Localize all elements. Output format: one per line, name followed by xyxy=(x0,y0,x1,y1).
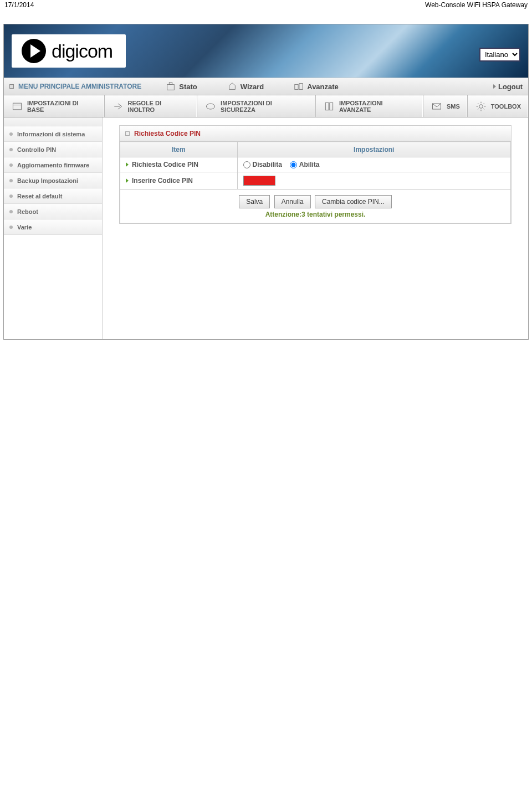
nav-avanzate-label: Avanzate xyxy=(307,83,339,91)
sidebar-item-info-sistema[interactable]: Informazioni di sistema xyxy=(4,126,102,142)
brand-logo: digicom xyxy=(12,34,126,68)
radio-abilita[interactable] xyxy=(290,161,297,168)
dot-icon xyxy=(9,148,13,151)
tab-label: TOOLBOX xyxy=(491,103,521,110)
sidebar-spacer xyxy=(4,117,102,126)
row-inserire-pin: Inserire Codice PIN xyxy=(120,172,511,190)
row-arrow-icon xyxy=(126,178,129,183)
dot-icon xyxy=(9,226,13,229)
svg-rect-1 xyxy=(170,83,172,85)
tab-toolbox[interactable]: TOOLBOX xyxy=(467,95,528,117)
tab-impostazioni-sicurezza[interactable]: IMPOSTAZIONI DI SICUREZZA xyxy=(197,95,315,117)
sidebar-item-backup-impostazioni[interactable]: Backup Impostazioni xyxy=(4,173,102,188)
svg-point-6 xyxy=(207,104,215,109)
cancel-button[interactable]: Annulla xyxy=(274,195,311,208)
app-frame: digicom Italiano MENU PRINCIPALE AMMINIS… xyxy=(3,24,529,340)
tab-impostazioni-base[interactable]: IMPOSTAZIONI DI BASE xyxy=(4,95,104,117)
radio-disabilita-label: Disabilita xyxy=(253,161,282,168)
stato-icon xyxy=(166,81,176,91)
dot-icon xyxy=(9,132,13,136)
nav-stato[interactable]: Stato xyxy=(166,81,197,91)
logout-link[interactable]: Logout xyxy=(493,83,523,91)
tab-impostazioni-avanzate[interactable]: IMPOSTAZIONI AVANZATE xyxy=(315,95,423,117)
main-menu-label: MENU PRINCIPALE AMMINISTRATORE xyxy=(18,83,141,90)
tab-regole-inoltro[interactable]: REGOLE DI INOLTRO xyxy=(104,95,197,117)
language-select[interactable]: Italiano xyxy=(479,48,520,62)
tab-label: REGOLE DI INOLTRO xyxy=(127,100,190,113)
sidebar-item-label: Aggiornamento firmware xyxy=(17,162,89,168)
sidebar-item-label: Backup Impostazioni xyxy=(17,177,78,184)
radio-abilita-label: Abilita xyxy=(299,161,320,168)
svg-point-10 xyxy=(479,104,483,108)
svg-rect-3 xyxy=(299,84,303,90)
dot-icon xyxy=(9,195,13,198)
header-page-title: Web-Console WiFi HSPA Gateway xyxy=(425,1,528,9)
save-button[interactable]: Salva xyxy=(239,195,270,208)
banner: digicom Italiano xyxy=(4,24,528,78)
pin-panel: Richiesta Codice PIN Item Impostazioni R… xyxy=(119,125,511,224)
svg-rect-2 xyxy=(295,84,298,89)
brand-name: digicom xyxy=(52,40,112,62)
svg-rect-4 xyxy=(13,103,21,110)
button-row: Salva Annulla Cambia codice PIN... xyxy=(120,190,510,211)
sidebar-item-controllo-pin[interactable]: Controllo PIN xyxy=(4,142,102,157)
tabs: IMPOSTAZIONI DI BASE REGOLE DI INOLTRO I… xyxy=(4,95,528,117)
sidebar-item-aggiornamento-firmware[interactable]: Aggiornamento firmware xyxy=(4,157,102,173)
sidebar-item-label: Controllo PIN xyxy=(17,146,56,153)
tab-label: SMS xyxy=(447,103,460,110)
row-richiesta-pin: Richiesta Codice PIN Disabilita Abilita xyxy=(120,157,511,172)
col-item: Item xyxy=(120,142,238,157)
dot-icon xyxy=(9,163,13,167)
logout-label: Logout xyxy=(498,83,523,91)
dot-icon xyxy=(9,179,13,182)
avanzate-icon xyxy=(294,81,304,91)
row-label: Richiesta Codice PIN xyxy=(132,161,198,168)
top-nav: MENU PRINCIPALE AMMINISTRATORE Stato Wiz… xyxy=(4,78,528,95)
svg-rect-0 xyxy=(167,84,175,90)
tab-label: IMPOSTAZIONI DI BASE xyxy=(27,100,97,113)
panel-bullet-icon xyxy=(125,131,130,136)
panel-header: Richiesta Codice PIN xyxy=(120,126,511,141)
nav-wizard[interactable]: Wizard xyxy=(227,81,264,91)
sidebar: Informazioni di sistema Controllo PIN Ag… xyxy=(4,117,103,339)
sidebar-item-varie[interactable]: Varie xyxy=(4,219,102,235)
sidebar-item-reboot[interactable]: Reboot xyxy=(4,204,102,219)
change-pin-button[interactable]: Cambia codice PIN... xyxy=(315,195,392,208)
sidebar-item-reset-default[interactable]: Reset al default xyxy=(4,188,102,204)
sidebar-item-label: Reboot xyxy=(17,208,38,215)
sidebar-item-label: Informazioni di sistema xyxy=(17,131,85,137)
tab-label: IMPOSTAZIONI DI SICUREZZA xyxy=(221,100,308,113)
nav-avanzate[interactable]: Avanzate xyxy=(294,81,339,91)
sidebar-item-label: Reset al default xyxy=(17,193,62,199)
menu-bullet-icon xyxy=(9,84,14,89)
logo-mark-icon xyxy=(22,39,46,63)
dot-icon xyxy=(9,210,13,213)
wizard-icon xyxy=(227,81,237,91)
settings-table: Item Impostazioni Richiesta Codice PIN D… xyxy=(120,141,511,190)
pin-input[interactable] xyxy=(243,176,275,186)
radio-disabilita[interactable] xyxy=(243,161,250,168)
row-arrow-icon xyxy=(126,162,129,167)
content-area: Richiesta Codice PIN Item Impostazioni R… xyxy=(103,117,528,339)
arrow-right-icon xyxy=(493,84,496,89)
sidebar-item-label: Varie xyxy=(17,224,32,231)
warning-text: Attenzione:3 tentativi permessi. xyxy=(120,211,510,223)
svg-rect-8 xyxy=(330,103,333,110)
row-label: Inserire Codice PIN xyxy=(132,177,193,185)
tab-sms[interactable]: SMS xyxy=(423,95,467,117)
nav-stato-label: Stato xyxy=(179,83,197,91)
tab-label: IMPOSTAZIONI AVANZATE xyxy=(339,100,416,113)
header-date: 17/1/2014 xyxy=(4,1,34,9)
nav-wizard-label: Wizard xyxy=(241,83,264,91)
panel-title: Richiesta Codice PIN xyxy=(134,130,201,137)
svg-rect-7 xyxy=(325,103,329,110)
col-settings: Impostazioni xyxy=(237,142,511,157)
